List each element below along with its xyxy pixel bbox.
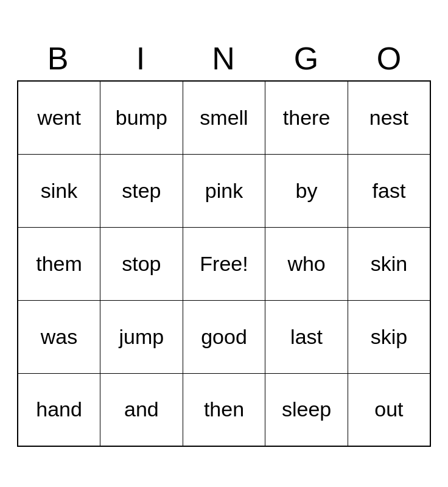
cell-r0-c4[interactable]: nest — [348, 81, 430, 154]
cell-r4-c3[interactable]: sleep — [265, 373, 348, 446]
cell-r3-c4[interactable]: skip — [348, 300, 430, 373]
bingo-header: B I N G O — [17, 40, 431, 77]
cell-r2-c4[interactable]: skin — [348, 227, 430, 300]
header-n: N — [183, 40, 265, 77]
cell-r4-c4[interactable]: out — [348, 373, 430, 446]
header-b: B — [17, 40, 100, 77]
cell-r2-c0[interactable]: them — [18, 227, 100, 300]
cell-r0-c3[interactable]: there — [265, 81, 348, 154]
cell-r3-c2[interactable]: good — [183, 300, 265, 373]
cell-r0-c1[interactable]: bump — [100, 81, 183, 154]
cell-r0-c2[interactable]: smell — [183, 81, 265, 154]
cell-r1-c4[interactable]: fast — [348, 154, 430, 227]
cell-r2-c3[interactable]: who — [265, 227, 348, 300]
cell-r3-c1[interactable]: jump — [100, 300, 183, 373]
header-o: O — [348, 40, 431, 77]
cell-r1-c3[interactable]: by — [265, 154, 348, 227]
cell-r2-c2[interactable]: Free! — [183, 227, 265, 300]
cell-r1-c1[interactable]: step — [100, 154, 183, 227]
cell-r0-c0[interactable]: went — [18, 81, 100, 154]
bingo-card: B I N G O wentbumpsmelltherenestsinkstep… — [17, 40, 431, 447]
cell-r4-c1[interactable]: and — [100, 373, 183, 446]
cell-r4-c0[interactable]: hand — [18, 373, 100, 446]
cell-r1-c2[interactable]: pink — [183, 154, 265, 227]
header-i: I — [100, 40, 183, 77]
header-g: G — [265, 40, 348, 77]
cell-r3-c0[interactable]: was — [18, 300, 100, 373]
cell-r2-c1[interactable]: stop — [100, 227, 183, 300]
cell-r4-c2[interactable]: then — [183, 373, 265, 446]
bingo-grid: wentbumpsmelltherenestsinksteppinkbyfast… — [17, 80, 431, 447]
cell-r3-c3[interactable]: last — [265, 300, 348, 373]
cell-r1-c0[interactable]: sink — [18, 154, 100, 227]
